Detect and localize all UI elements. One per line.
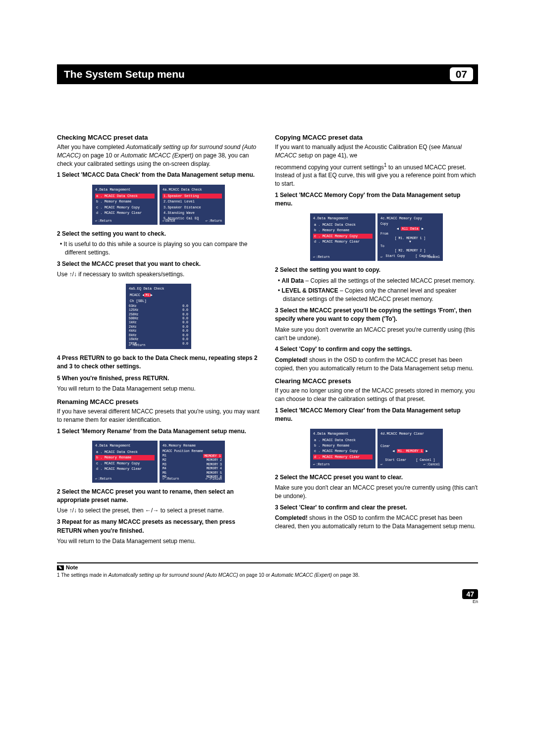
osd-pair: 4.Data Management a . MCACC Data Check b…	[275, 429, 478, 468]
step: 3 Select 'Clear' to confirm and clear th…	[275, 504, 478, 512]
note-rule	[57, 562, 478, 563]
chapter-number: 07	[450, 67, 473, 81]
body-paragraph: Use ↑/↓ if necessary to switch speakers/…	[57, 270, 260, 279]
step: 3 Select the MCACC preset that you want …	[57, 260, 260, 268]
section-title: Renaming MCACC presets	[57, 398, 260, 405]
step: 2 Select the setting you want to copy.	[275, 266, 478, 274]
body-paragraph: recommend copying your current settings1…	[275, 162, 478, 188]
osd-data-management: 4.Data Management a . MCACC Data Check b…	[92, 441, 158, 483]
osd-data-management: 4.Data Management a . MCACC Data Check b…	[310, 429, 375, 468]
osd-data-check: 4a.MCACC Data Check 1.Speaker Setting 2.…	[160, 185, 225, 225]
note-label: Note	[57, 564, 78, 570]
osd-data-management: 4.Data Management a . MCACC Data Check b…	[92, 185, 158, 225]
osd-pair: 4.Data Management a . MCACC Data Check b…	[275, 213, 478, 261]
left-column: Checking MCACC preset data After you hav…	[57, 129, 260, 548]
body-paragraph: Use ↑/↓ to select the preset, then ←/→ t…	[57, 506, 260, 515]
chapter-header: The System Setup menu 07	[57, 64, 478, 84]
osd-eq-check: 4a5.EQ Data Check MCACC ◀ M1 ▶ Ch [SBL] …	[126, 284, 191, 349]
footnote: 1 The settings made in Automatically set…	[57, 572, 478, 578]
page-number: 47	[462, 589, 478, 599]
step: 5 When you're finished, press RETURN.	[57, 374, 260, 383]
osd-memory-copy: 4c.MCACC Memory Copy Copy ◀ All Data ▶ F…	[377, 213, 443, 261]
page-footer: 47 En	[57, 580, 478, 604]
osd-memory-clear: 4d.MCACC Memory Clear Clear ◀ M1. MEMORY…	[377, 429, 443, 468]
body-paragraph: If you are no longer using one of the MC…	[275, 387, 478, 403]
content-columns: Checking MCACC preset data After you hav…	[57, 129, 478, 548]
step: 1 Select 'MCACC Memory Clear' from the D…	[275, 406, 478, 424]
step: 1 Select 'Memory Rename' from the Data M…	[57, 427, 260, 436]
body-paragraph: If you want to manually adjust the Acous…	[275, 143, 478, 160]
right-column: Copying MCACC preset data If you want to…	[275, 129, 478, 548]
step: 2 Select the MCACC preset you want to cl…	[275, 473, 478, 482]
step: 2 Select the MCACC preset you want to re…	[57, 488, 260, 505]
section-title: Copying MCACC preset data	[275, 134, 478, 141]
step: 2 Select the setting you want to check.	[57, 230, 260, 238]
body-paragraph: If you have several different MCACC pres…	[57, 407, 260, 424]
page-lang: En	[57, 599, 478, 604]
body-paragraph: You will return to the Data Management s…	[57, 537, 260, 546]
body-paragraph: Completed! shows in the OSD to confirm t…	[275, 514, 478, 531]
step: 3 Select the MCACC preset you'll be copy…	[275, 306, 478, 324]
step: 1 Select 'MCACC Data Check' from the Dat…	[57, 171, 260, 179]
osd-single: 4a5.EQ Data Check MCACC ◀ M1 ▶ Ch [SBL] …	[57, 284, 260, 349]
bullet: LEVEL & DISTANCE – Copies only the chann…	[283, 287, 478, 303]
osd-eq-table: 63Hz0.0 125Hz0.0 250Hz0.0 500Hz0.0 1kHz0…	[129, 304, 188, 346]
step: 4 Select 'Copy' to confirm and copy the …	[275, 345, 478, 353]
step: 4 Press RETURN to go back to the Data Ch…	[57, 354, 260, 371]
body-paragraph: After you have completed Automatically s…	[57, 143, 260, 168]
step: 3 Repeat for as many MCACC presets as ne…	[57, 518, 260, 535]
body-paragraph: Completed! shows in the OSD to confirm t…	[275, 356, 478, 373]
body-paragraph: Make sure you don't clear an MCACC prese…	[275, 484, 478, 501]
bullet: All Data – Copies all the settings of th…	[283, 277, 478, 285]
note-icon	[57, 564, 66, 570]
osd-data-management: 4.Data Management a . MCACC Data Check b…	[310, 213, 375, 261]
step: 1 Select 'MCACC Memory Copy' from the Da…	[275, 191, 478, 208]
body-paragraph: Make sure you don't overwrite an MCACC p…	[275, 326, 478, 343]
osd-memory-rename: 4b.Memory Rename MCACC Position Rename M…	[160, 441, 225, 483]
body-paragraph: You will return to the Data Management s…	[57, 385, 260, 393]
bullet: It is useful to do this while a source i…	[65, 240, 260, 257]
section-title: Checking MCACC preset data	[57, 134, 260, 141]
osd-pair: 4.Data Management a . MCACC Data Check b…	[57, 441, 260, 483]
chapter-title: The System Setup menu	[57, 68, 185, 80]
section-title: Clearing MCACC presets	[275, 377, 478, 385]
osd-pair: 4.Data Management a . MCACC Data Check b…	[57, 185, 260, 225]
